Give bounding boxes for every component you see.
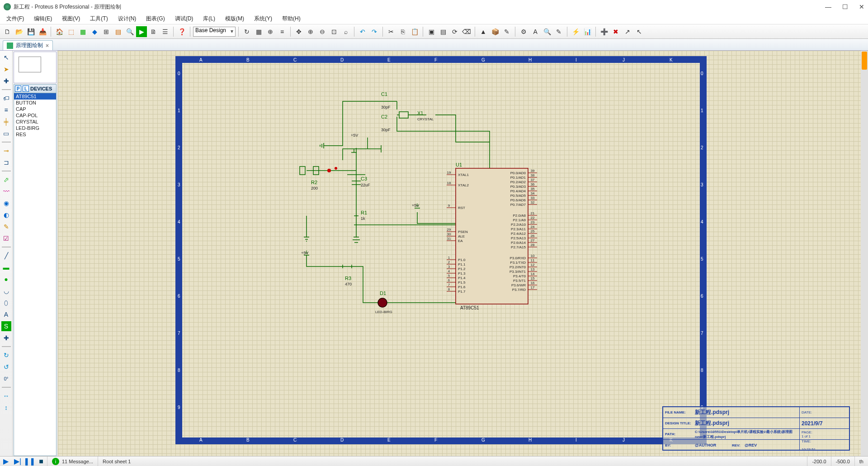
tab-schematic[interactable]: 原理图绘制 ×	[3, 40, 53, 50]
pan-icon[interactable]: ✥	[293, 26, 304, 37]
zoom-in-icon[interactable]: ⊕	[305, 26, 316, 37]
messages-panel[interactable]: i 11 Message...	[47, 456, 98, 466]
generator-icon[interactable]: ◉	[1, 198, 11, 208]
menu-item[interactable]: 帮助(H)	[278, 14, 305, 24]
block-rotate-icon[interactable]: ⟳	[449, 26, 460, 37]
device-pins-icon[interactable]: ⊐	[1, 157, 11, 167]
maximize-button[interactable]: ☐	[842, 3, 848, 10]
menu-item[interactable]: 文件(F)	[2, 14, 28, 24]
box-2d-icon[interactable]: ▬	[1, 262, 11, 272]
home-icon[interactable]: 🏠	[54, 26, 65, 37]
block-move-icon[interactable]: ▤	[438, 26, 448, 37]
pcb-icon[interactable]: ▦	[77, 26, 88, 37]
delete-sheet-icon[interactable]: ✖	[610, 26, 621, 37]
mirror-h-icon[interactable]: ↔	[1, 391, 11, 401]
menu-item[interactable]: 库(L)	[198, 14, 220, 24]
rotate-cw-icon[interactable]: ↻	[1, 350, 11, 360]
menu-item[interactable]: 视图(V)	[57, 14, 85, 24]
compile-icon[interactable]: ⚡	[570, 26, 581, 37]
zoom-area-icon[interactable]: ⌕	[340, 26, 351, 37]
component-mode-icon[interactable]: ➤	[1, 64, 11, 74]
open-file-icon[interactable]: 📂	[14, 26, 24, 37]
circle-2d-icon[interactable]: ●	[1, 274, 11, 284]
l-button[interactable]: L	[23, 86, 29, 92]
package-icon[interactable]: 📦	[490, 26, 500, 37]
overview-window[interactable]	[14, 52, 57, 83]
schematic-canvas[interactable]: ABCDEFGHIJK ABCDEFGHIJK 0123456789 01234…	[58, 51, 868, 456]
text-2d-icon[interactable]: A	[1, 309, 11, 319]
schematic-icon[interactable]: ⬚	[66, 26, 76, 37]
goto-sheet-icon[interactable]: ↗	[622, 26, 633, 37]
angle-icon[interactable]: 0°	[1, 374, 11, 384]
step-icon[interactable]: ▶|	[12, 457, 24, 466]
find-icon[interactable]: 🔍	[542, 26, 552, 37]
subcircuit-icon[interactable]: ▭	[1, 128, 11, 138]
minimize-button[interactable]: —	[825, 3, 831, 10]
pick-icon[interactable]: ▲	[478, 26, 489, 37]
list-icon[interactable]: ☰	[160, 26, 170, 37]
symbol-2d-icon[interactable]: S	[1, 321, 11, 331]
help-icon[interactable]: ❓	[176, 26, 187, 37]
decompose-icon[interactable]: ✎	[501, 26, 512, 37]
new-sheet-icon[interactable]: ➕	[599, 26, 609, 37]
probe-v-icon[interactable]: ◐	[1, 210, 11, 220]
text-script-icon[interactable]: ≡	[1, 105, 11, 115]
p-button[interactable]: P	[15, 86, 21, 92]
bus-icon[interactable]: ╪	[1, 117, 11, 127]
close-button[interactable]: ✕	[859, 3, 864, 10]
block-copy-icon[interactable]: ▣	[426, 26, 437, 37]
menu-item[interactable]: 编辑(E)	[29, 14, 57, 24]
paste-icon[interactable]: 📋	[409, 26, 420, 37]
mirror-v-icon[interactable]: ↕	[1, 403, 11, 413]
netlist-icon[interactable]: 📊	[582, 26, 593, 37]
menu-item[interactable]: 设计(N)	[113, 14, 141, 24]
menu-item[interactable]: 图表(G)	[142, 14, 169, 24]
device-list-item[interactable]: CAP-POL	[14, 112, 56, 119]
marker-2d-icon[interactable]: ✚	[1, 333, 11, 343]
menu-item[interactable]: 工具(T)	[85, 14, 112, 24]
undo-icon[interactable]: ↶	[357, 26, 368, 37]
origin-icon[interactable]: ⊕	[265, 26, 276, 37]
menu-item[interactable]: 模版(M)	[221, 14, 249, 24]
copy-icon[interactable]: ⎘	[397, 26, 408, 37]
device-list-item[interactable]: CAP	[14, 106, 56, 112]
pause-icon[interactable]: ❚❚	[24, 457, 35, 466]
doc-icon[interactable]: 🗎	[148, 26, 159, 37]
tape-icon[interactable]: 〰	[1, 186, 11, 196]
device-list-item[interactable]: LED-BIRG	[14, 125, 56, 131]
arc-2d-icon[interactable]: ◡	[1, 286, 11, 296]
selection-mode-icon[interactable]: ↖	[1, 52, 11, 62]
variant-icon[interactable]: ▶	[136, 26, 147, 37]
3d-icon[interactable]: ◆	[89, 26, 100, 37]
property-icon[interactable]: ✎	[553, 26, 564, 37]
gerber-icon[interactable]: ⊞	[101, 26, 112, 37]
path-2d-icon[interactable]: ⬯	[1, 298, 11, 308]
cut-icon[interactable]: ✂	[386, 26, 396, 37]
stop-icon[interactable]: ■	[35, 457, 47, 466]
device-list-item[interactable]: AT89C51	[14, 93, 56, 100]
zoom-fit-icon[interactable]: ⊡	[329, 26, 340, 37]
redo-icon[interactable]: ↷	[369, 26, 380, 37]
zoom-out-icon[interactable]: ⊖	[317, 26, 328, 37]
import-icon[interactable]: 📥	[37, 26, 48, 37]
layers-icon[interactable]: ≡	[277, 26, 288, 37]
save-icon[interactable]: 💾	[25, 26, 36, 37]
junction-mode-icon[interactable]: ✚	[1, 76, 11, 86]
line-2d-icon[interactable]: ╱	[1, 251, 11, 261]
block-delete-icon[interactable]: ⌫	[461, 26, 472, 37]
grid-icon[interactable]: ▦	[253, 26, 264, 37]
device-list-item[interactable]: CRYSTAL	[14, 119, 56, 125]
devices-list[interactable]: AT89C51BUTTONCAPCAP-POLCRYSTALLED-BIRGRE…	[14, 93, 57, 456]
design-variant-select[interactable]: Base Design	[193, 27, 236, 37]
graph-mode-icon[interactable]: ⬀	[1, 175, 11, 185]
device-list-item[interactable]: RES	[14, 131, 56, 138]
instrument-icon[interactable]: ☑	[1, 233, 11, 243]
probe-i-icon[interactable]: ✎	[1, 222, 11, 232]
menu-item[interactable]: 系统(Y)	[250, 14, 277, 24]
exit-sheet-icon[interactable]: ↖	[634, 26, 645, 37]
refresh-icon[interactable]: ↻	[241, 26, 252, 37]
new-file-icon[interactable]: 🗋	[2, 26, 13, 37]
play-icon[interactable]: ▶	[0, 457, 12, 466]
rotate-ccw-icon[interactable]: ↺	[1, 362, 11, 372]
wire-label-icon[interactable]: 🏷	[1, 93, 11, 103]
